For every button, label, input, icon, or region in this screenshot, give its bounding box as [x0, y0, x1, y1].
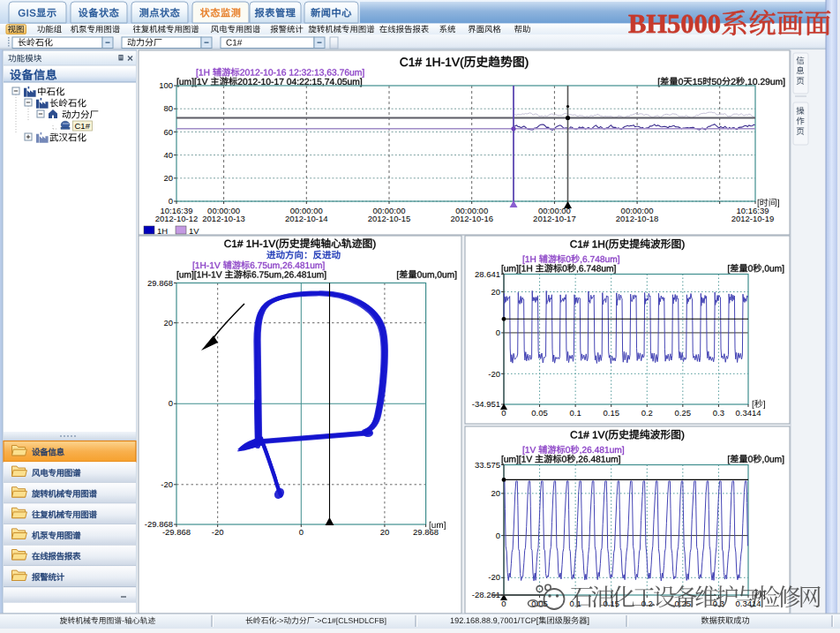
svg-text:0: 0: [496, 328, 500, 337]
svg-text:0: 0: [169, 398, 173, 408]
svg-text:1V: 1V: [189, 226, 199, 236]
svg-text:40: 40: [163, 150, 173, 160]
svg-text:0.25: 0.25: [675, 599, 692, 608]
svg-text:0.3: 0.3: [713, 408, 724, 418]
svg-text:0.25: 0.25: [675, 408, 692, 418]
svg-text:0.3414: 0.3414: [735, 599, 761, 608]
svg-text:-20: -20: [212, 527, 224, 537]
svg-text:0.3414: 0.3414: [735, 408, 761, 418]
svg-text:2012-10-15: 2012-10-15: [368, 214, 411, 223]
svg-text:100: 100: [159, 80, 173, 90]
svg-text:0.05: 0.05: [531, 408, 548, 418]
svg-text:60: 60: [163, 127, 173, 137]
svg-text:-34.951: -34.951: [472, 399, 500, 409]
svg-text:20: 20: [163, 318, 173, 328]
svg-text:2012-10-13: 2012-10-13: [202, 214, 245, 223]
svg-text:0.1: 0.1: [570, 408, 581, 418]
svg-text:2012-10-14: 2012-10-14: [285, 214, 328, 223]
svg-text:20: 20: [380, 527, 390, 537]
svg-text:29.868: 29.868: [413, 527, 439, 537]
svg-text:29.868: 29.868: [147, 278, 173, 288]
svg-text:33.575: 33.575: [475, 460, 500, 470]
svg-text:0.2: 0.2: [641, 408, 653, 418]
svg-text:-20: -20: [488, 369, 500, 379]
svg-text:0: 0: [299, 527, 304, 537]
svg-text:2012-10-17: 2012-10-17: [533, 214, 576, 223]
svg-text:0.2: 0.2: [641, 599, 653, 608]
svg-text:2012-10-16: 2012-10-16: [450, 214, 493, 223]
svg-text:2012-10-18: 2012-10-18: [616, 214, 659, 223]
svg-text:20: 20: [163, 173, 173, 183]
svg-text:-29.868: -29.868: [162, 527, 191, 537]
svg-text:2012-10-19: 2012-10-19: [731, 214, 775, 223]
svg-text:C1#: C1#: [75, 121, 91, 131]
svg-text:0.15: 0.15: [603, 408, 619, 418]
svg-text:0: 0: [496, 531, 500, 540]
svg-text:-20: -20: [161, 479, 173, 489]
svg-text:2012-10-12: 2012-10-12: [155, 214, 199, 223]
svg-text:80: 80: [163, 103, 173, 113]
svg-text:20: 20: [491, 488, 500, 498]
svg-text:-20: -20: [488, 572, 500, 582]
svg-text:1H: 1H: [157, 226, 168, 236]
svg-text:28.641: 28.641: [475, 269, 500, 279]
svg-text:20: 20: [491, 287, 500, 297]
svg-text:0.1: 0.1: [570, 599, 581, 608]
